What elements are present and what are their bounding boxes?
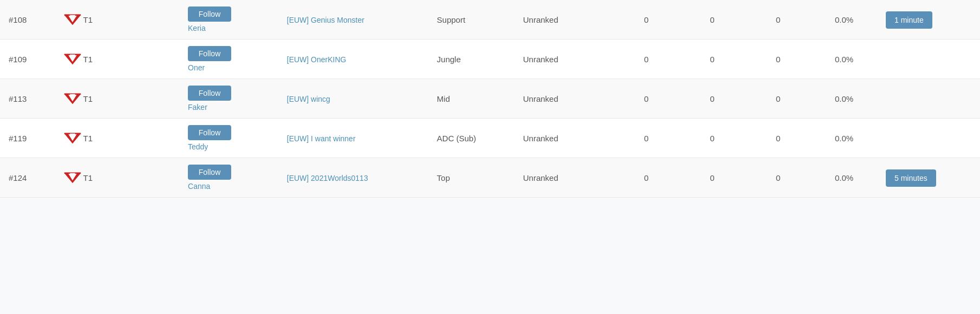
value3-cell: 0: [745, 40, 811, 79]
value1-cell: 0: [613, 158, 680, 198]
leaderboard-table: #108 T1 Follow Keria [EUW] Genius Monste…: [0, 0, 980, 198]
summoner-cell: [EUW] 2021Worlds0113: [278, 158, 428, 198]
player-name: Canna: [188, 182, 270, 191]
time-cell: [877, 119, 980, 158]
t1-logo-icon: [63, 93, 80, 104]
svg-marker-2: [69, 15, 75, 19]
team-cell: T1: [54, 158, 179, 198]
value1-cell: 0: [613, 40, 680, 79]
t1-logo-icon: [63, 14, 80, 25]
team-name: T1: [83, 55, 93, 64]
time-cell: 1 minute: [877, 0, 980, 40]
value2-cell: 0: [680, 158, 746, 198]
role-cell: Mid: [428, 79, 514, 119]
summoner-name: [EUW] wincg: [287, 95, 330, 103]
summoner-name: [EUW] OnerKING: [287, 55, 347, 64]
rank-cell: #124: [0, 158, 54, 198]
player-name: Teddy: [188, 142, 270, 151]
rank-tier-cell: Unranked: [514, 79, 613, 119]
percentage-cell: 0.0%: [811, 40, 877, 79]
table-row: #108 T1 Follow Keria [EUW] Genius Monste…: [0, 0, 980, 40]
summoner-cell: [EUW] I want winner: [278, 119, 428, 158]
follow-cell: Follow Canna: [179, 158, 278, 198]
role-cell: ADC (Sub): [428, 119, 514, 158]
team-name: T1: [83, 94, 93, 103]
time-badge: 1 minute: [886, 11, 932, 29]
team-cell: T1: [54, 40, 179, 79]
team-name: T1: [83, 134, 93, 143]
team-cell: T1: [54, 119, 179, 158]
rank-cell: #113: [0, 79, 54, 119]
svg-marker-5: [69, 55, 75, 59]
team-name: T1: [83, 15, 93, 24]
table-row: #113 T1 Follow Faker [EUW] wincg Mid Unr…: [0, 79, 980, 119]
value1-cell: 0: [613, 79, 680, 119]
rank-tier-cell: Unranked: [514, 119, 613, 158]
value3-cell: 0: [745, 119, 811, 158]
follow-button[interactable]: Follow: [188, 46, 231, 61]
follow-cell: Follow Faker: [179, 79, 278, 119]
value2-cell: 0: [680, 0, 746, 40]
t1-logo-icon: [63, 133, 80, 143]
percentage-cell: 0.0%: [811, 158, 877, 198]
role-cell: Support: [428, 0, 514, 40]
player-name: Faker: [188, 103, 270, 112]
player-name: Oner: [188, 63, 270, 72]
player-name: Keria: [188, 24, 270, 32]
value3-cell: 0: [745, 158, 811, 198]
value2-cell: 0: [680, 40, 746, 79]
summoner-name: [EUW] Genius Monster: [287, 16, 364, 24]
value1-cell: 0: [613, 0, 680, 40]
summoner-name: [EUW] 2021Worlds0113: [287, 174, 368, 182]
value2-cell: 0: [680, 119, 746, 158]
summoner-cell: [EUW] wincg: [278, 79, 428, 119]
follow-cell: Follow Oner: [179, 40, 278, 79]
rank-tier-cell: Unranked: [514, 40, 613, 79]
time-cell: [877, 79, 980, 119]
follow-button[interactable]: Follow: [188, 165, 231, 180]
follow-button[interactable]: Follow: [188, 86, 231, 101]
time-cell: 5 minutes: [877, 158, 980, 198]
rank-cell: #119: [0, 119, 54, 158]
role-cell: Jungle: [428, 40, 514, 79]
team-cell: T1: [54, 79, 179, 119]
follow-button[interactable]: Follow: [188, 6, 231, 22]
rank-tier-cell: Unranked: [514, 158, 613, 198]
summoner-cell: [EUW] OnerKING: [278, 40, 428, 79]
value2-cell: 0: [680, 79, 746, 119]
value3-cell: 0: [745, 79, 811, 119]
time-badge: 5 minutes: [886, 169, 936, 187]
percentage-cell: 0.0%: [811, 0, 877, 40]
rank-cell: #109: [0, 40, 54, 79]
rank-tier-cell: Unranked: [514, 0, 613, 40]
summoner-name: [EUW] I want winner: [287, 134, 356, 143]
summoner-cell: [EUW] Genius Monster: [278, 0, 428, 40]
table-row: #124 T1 Follow Canna [EUW] 2021Worlds011…: [0, 158, 980, 198]
table-row: #119 T1 Follow Teddy [EUW] I want winner…: [0, 119, 980, 158]
time-cell: [877, 40, 980, 79]
team-cell: T1: [54, 0, 179, 40]
t1-logo-icon: [63, 172, 80, 183]
svg-marker-11: [69, 134, 75, 138]
follow-button[interactable]: Follow: [188, 125, 231, 140]
team-name: T1: [83, 173, 93, 182]
follow-cell: Follow Keria: [179, 0, 278, 40]
t1-logo-icon: [63, 54, 80, 64]
value3-cell: 0: [745, 0, 811, 40]
value1-cell: 0: [613, 119, 680, 158]
role-cell: Top: [428, 158, 514, 198]
percentage-cell: 0.0%: [811, 119, 877, 158]
rank-cell: #108: [0, 0, 54, 40]
svg-marker-8: [69, 94, 75, 99]
table-row: #109 T1 Follow Oner [EUW] OnerKING Jungl…: [0, 40, 980, 79]
percentage-cell: 0.0%: [811, 79, 877, 119]
svg-marker-14: [69, 173, 75, 178]
follow-cell: Follow Teddy: [179, 119, 278, 158]
